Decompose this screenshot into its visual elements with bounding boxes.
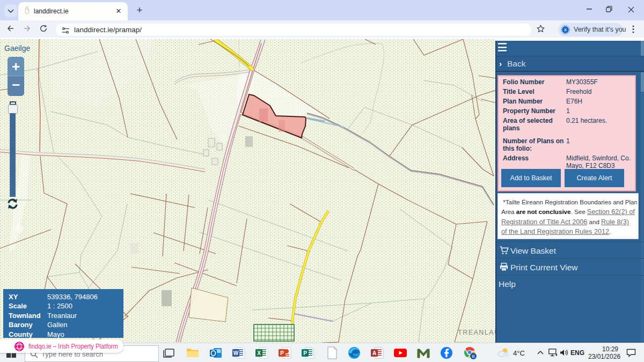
svg-text:P: P: [280, 350, 284, 356]
svg-text:P: P: [303, 350, 307, 356]
svg-text:X: X: [257, 350, 261, 356]
svg-text:W: W: [233, 350, 239, 356]
svg-text:A: A: [372, 350, 376, 356]
svg-text:TREANLAUR: TREANLAUR: [458, 329, 495, 336]
svg-text:8: 8: [564, 27, 567, 32]
svg-text:B: B: [472, 354, 474, 359]
